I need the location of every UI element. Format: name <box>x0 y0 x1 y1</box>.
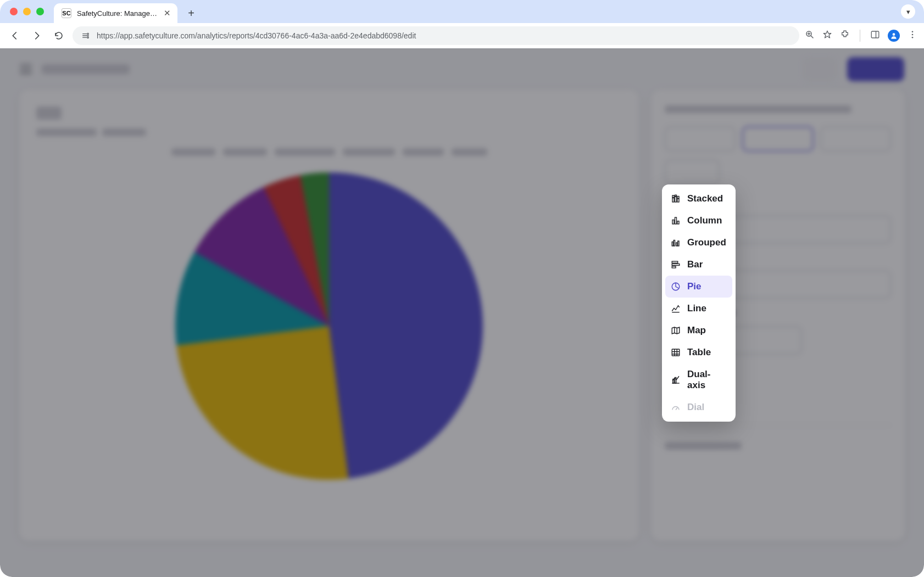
modal-overlay[interactable] <box>0 48 924 577</box>
svg-rect-19 <box>673 240 675 247</box>
option-label: Grouped <box>687 237 726 248</box>
table-icon <box>671 348 681 357</box>
svg-rect-21 <box>678 241 679 246</box>
arrow-left-icon <box>10 31 20 41</box>
address-url: https://app.safetyculture.com/analytics/… <box>97 31 416 40</box>
window-close-button[interactable] <box>10 8 18 15</box>
browser-tab[interactable]: SC SafetyCulture: Manage Teams and... ✕ <box>54 3 177 23</box>
bookmark-icon[interactable] <box>822 30 832 42</box>
address-bar[interactable]: https://app.safetyculture.com/analytics/… <box>73 26 799 45</box>
zoom-icon[interactable] <box>805 30 815 42</box>
side-panel-icon[interactable] <box>870 30 880 42</box>
option-label: Stacked <box>687 193 723 204</box>
tab-list-caret[interactable]: ▾ <box>901 4 915 19</box>
browser-chrome: SC SafetyCulture: Manage Teams and... ✕ … <box>0 0 924 48</box>
chart-type-option-line[interactable]: Line <box>665 298 732 320</box>
line-chart-icon <box>671 304 681 313</box>
svg-rect-15 <box>672 220 674 225</box>
kebab-menu-icon[interactable] <box>908 30 917 42</box>
option-label: Map <box>687 325 706 336</box>
site-settings-icon[interactable] <box>80 30 91 41</box>
tab-strip: SC SafetyCulture: Manage Teams and... ✕ … <box>0 0 924 23</box>
pie-chart-icon <box>671 282 681 292</box>
svg-rect-18 <box>672 242 673 247</box>
svg-rect-17 <box>677 221 679 224</box>
svg-rect-14 <box>677 197 679 199</box>
tab-favicon: SC <box>62 8 71 18</box>
svg-point-6 <box>912 34 914 36</box>
option-label: Dual-axis <box>687 369 727 391</box>
svg-rect-16 <box>675 217 677 224</box>
chart-type-dropdown: StackedColumnGroupedBarPieLineMapTableDu… <box>662 184 736 422</box>
toolbar-divider <box>860 30 860 42</box>
option-label: Bar <box>687 259 703 270</box>
tab-title: SafetyCulture: Manage Teams and... <box>77 9 158 18</box>
horizontal-bar-icon <box>671 260 681 270</box>
svg-rect-3 <box>871 31 879 38</box>
option-label: Line <box>687 303 706 314</box>
reload-icon <box>54 31 64 41</box>
svg-rect-10 <box>672 195 674 198</box>
chart-type-option-dualaxis[interactable]: Dual-axis <box>665 363 732 396</box>
chart-type-option-grouped[interactable]: Grouped <box>665 232 732 254</box>
dial-icon <box>671 402 681 412</box>
browser-toolbar: https://app.safetyculture.com/analytics/… <box>0 23 924 48</box>
stacked-bars-icon <box>671 194 681 204</box>
svg-rect-13 <box>677 199 679 202</box>
window-zoom-button[interactable] <box>36 8 44 15</box>
arrow-right-icon <box>32 31 42 41</box>
toolbar-right <box>805 30 917 42</box>
svg-rect-20 <box>676 243 677 246</box>
nav-reload-button[interactable] <box>51 27 67 44</box>
page: Pie StackedColumnGroupedBarPieLineMapTab… <box>0 48 924 577</box>
new-tab-button[interactable]: + <box>183 5 199 21</box>
svg-rect-12 <box>675 195 677 196</box>
chart-type-option-column[interactable]: Column <box>665 210 732 232</box>
extensions-icon[interactable] <box>840 30 850 42</box>
nav-back-button[interactable] <box>7 27 23 44</box>
svg-point-4 <box>893 33 895 36</box>
column-chart-icon <box>671 216 681 226</box>
grouped-bars-icon <box>671 238 681 248</box>
window-minimize-button[interactable] <box>23 8 31 15</box>
svg-point-7 <box>912 37 914 38</box>
chart-type-option-map[interactable]: Map <box>665 320 732 341</box>
chart-type-option-dial: Dial <box>665 396 732 418</box>
svg-rect-9 <box>672 198 674 203</box>
option-label: Column <box>687 215 722 226</box>
chart-type-option-bar[interactable]: Bar <box>665 254 732 276</box>
tab-close-button[interactable]: ✕ <box>164 8 171 18</box>
svg-rect-24 <box>672 266 676 268</box>
svg-point-5 <box>912 31 914 32</box>
window-controls <box>0 0 54 23</box>
svg-rect-26 <box>672 349 680 356</box>
dual-axis-icon <box>671 375 681 385</box>
map-icon <box>671 326 681 335</box>
svg-rect-22 <box>672 261 678 263</box>
option-label: Pie <box>687 281 702 292</box>
svg-rect-11 <box>675 197 677 202</box>
svg-point-0 <box>87 33 89 35</box>
profile-avatar[interactable] <box>888 30 900 42</box>
chart-type-option-stacked[interactable]: Stacked <box>665 188 732 210</box>
chart-type-option-pie[interactable]: Pie <box>665 276 732 298</box>
svg-point-1 <box>87 37 89 38</box>
nav-forward-button[interactable] <box>29 27 45 44</box>
svg-rect-23 <box>672 264 680 266</box>
option-label: Dial <box>687 402 704 413</box>
option-label: Table <box>687 347 711 358</box>
chart-type-option-table[interactable]: Table <box>665 341 732 363</box>
